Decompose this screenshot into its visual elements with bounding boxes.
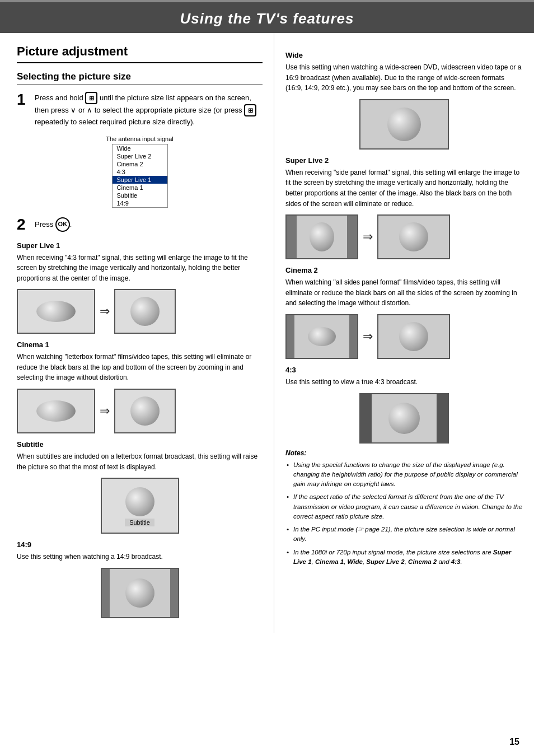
- cinema1-heading: Cinema 1: [17, 340, 263, 349]
- 43-text: Use this setting to view a true 4:3 broa…: [285, 377, 523, 388]
- menu-item-subtitle: Subtitle: [113, 192, 167, 199]
- wide-screen: [359, 99, 449, 150]
- step-1-number: 1: [17, 92, 29, 128]
- cinema2-text: When watching "all sides panel format" f…: [285, 277, 523, 309]
- cinema2-heading: Cinema 2: [285, 266, 523, 274]
- menu-box: Wide Super Live 2 Cinema 2 4:3 Super Liv…: [112, 144, 168, 208]
- 149-heading: 14:9: [17, 540, 263, 549]
- subtitle-heading: Subtitle: [17, 440, 263, 449]
- format-button-icon2: ⊞: [244, 104, 256, 116]
- super-live2-images: ⇒: [285, 214, 523, 259]
- 43-images: [285, 393, 523, 444]
- subtitle-text: When subtitles are included on a letterb…: [17, 451, 263, 472]
- cinema1-input-screen: [17, 389, 95, 433]
- step-2-number: 2: [17, 217, 29, 232]
- super-live1-images: ⇒: [17, 289, 263, 334]
- section-title: Picture adjustment: [17, 44, 263, 63]
- note-1: Using the special functions to change th…: [285, 460, 523, 489]
- subtitle-text-label: Subtitle: [125, 519, 154, 526]
- 149-text: Use this setting when watching a 14:9 br…: [17, 552, 263, 562]
- format-button-icon: ⊞: [85, 92, 97, 104]
- step-1-text: Press and hold ⊞ until the picture size …: [35, 92, 263, 128]
- wide-heading: Wide: [285, 51, 523, 59]
- cinema2-images: ⇒: [285, 314, 523, 359]
- subtitle-images: Subtitle: [17, 478, 263, 534]
- menu-item-cinema1: Cinema 1: [113, 184, 167, 192]
- cinema1-text: When watching "letterbox format" films/v…: [17, 352, 263, 383]
- super-live1-output-screen: [114, 289, 176, 334]
- arrow-icon3: ⇒: [363, 230, 373, 244]
- 43-screen: [359, 393, 449, 444]
- super-live2-text: When receiving "side panel format" signa…: [285, 167, 523, 209]
- page-title: Using the TV's features: [0, 10, 534, 27]
- note-2: If the aspect ratio of the selected form…: [285, 492, 523, 521]
- cinema2-input-screen: [285, 314, 358, 359]
- cinema1-output-screen: [114, 389, 176, 433]
- menu-item-149: 14:9: [113, 199, 167, 207]
- menu-diagram: The antenna input signal Wide Super Live…: [17, 136, 263, 208]
- menu-item-superlive2: Super Live 2: [113, 152, 167, 160]
- arrow-icon2: ⇒: [100, 404, 110, 418]
- super-live1-heading: Super Live 1: [17, 241, 263, 250]
- note-4: In the 1080i or 720p input signal mode, …: [285, 548, 523, 567]
- super-live1-input-screen: [17, 289, 95, 334]
- arrow-icon: ⇒: [100, 304, 110, 319]
- page-number: 15: [509, 737, 519, 747]
- ok-button-icon: OK: [55, 217, 70, 232]
- menu-item-cinema2: Cinema 2: [113, 160, 167, 168]
- super-live2-heading: Super Live 2: [285, 156, 523, 165]
- notes-list: Using the special functions to change th…: [285, 460, 523, 567]
- 149-screen: [101, 568, 179, 618]
- super-live2-input-screen: [285, 214, 358, 259]
- step-2: 2 Press OK.: [17, 217, 263, 232]
- wide-text: Use this setting when watching a wide-sc…: [285, 62, 523, 94]
- page-header: Using the TV's features: [0, 0, 534, 33]
- cinema2-output-screen: [377, 314, 450, 359]
- cinema1-images: ⇒: [17, 389, 263, 433]
- note-3: In the PC input mode (☞ page 21), the pi…: [285, 525, 523, 544]
- wide-image: [285, 99, 523, 150]
- right-column: Wide Use this setting when watching a wi…: [274, 33, 534, 633]
- step-1: 1 Press and hold ⊞ until the picture siz…: [17, 92, 263, 128]
- arrow-icon4: ⇒: [363, 329, 373, 344]
- 149-images: [17, 568, 263, 618]
- super-live2-output-screen: [377, 214, 450, 259]
- subtitle-screen: Subtitle: [101, 478, 179, 534]
- notes-section: Notes: Using the special functions to ch…: [285, 449, 523, 567]
- menu-item-wide: Wide: [113, 144, 167, 152]
- menu-item-superlive1-selected: Super Live 1: [113, 176, 167, 184]
- menu-label: The antenna input signal: [17, 136, 263, 142]
- left-column: Picture adjustment Selecting the picture…: [0, 33, 274, 633]
- super-live1-text: When receiving "4:3 format" signal, this…: [17, 253, 263, 284]
- step-2-text: Press OK.: [35, 217, 72, 232]
- notes-title: Notes:: [285, 449, 523, 457]
- menu-item-43: 4:3: [113, 168, 167, 176]
- 43-heading: 4:3: [285, 366, 523, 374]
- subsection-title: Selecting the picture size: [17, 71, 263, 85]
